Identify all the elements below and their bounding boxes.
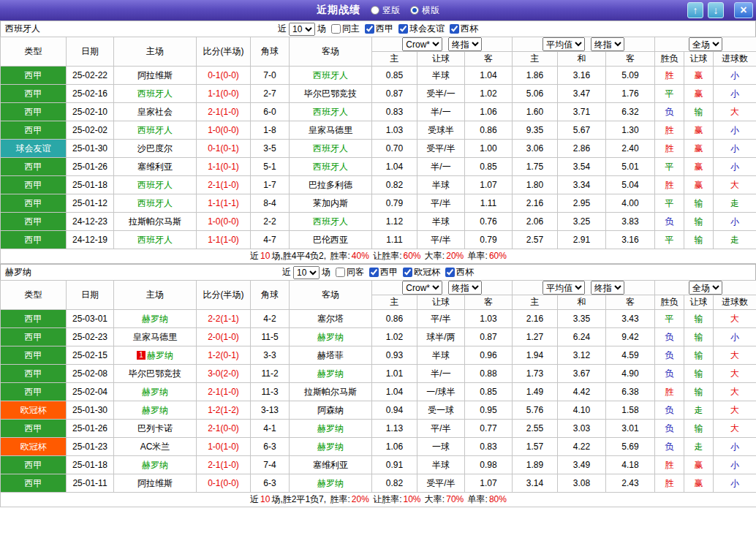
header-group-row: 类型 日期 主场 比分(半场) 角球 客场 Crow* 终指 平均值 终指 全场 [1, 37, 756, 52]
team-name-text: 阿森纳 [317, 405, 344, 415]
team-name-text: 巴伦西亚 [313, 235, 348, 245]
same-venue-checkbox[interactable] [336, 268, 345, 277]
window-title: 近期战绩 [317, 4, 360, 17]
league-label: 西杯 [461, 23, 478, 35]
league-filter-friendly[interactable]: 球会友谊 [396, 23, 445, 35]
table-row: 西甲25-01-18赫罗纳2-1(1-0)7-4塞维利亚0.91半球0.981.… [1, 456, 756, 474]
euro-avg-select[interactable]: 平均值 [543, 281, 585, 295]
same-venue-checkbox[interactable] [331, 24, 341, 34]
euro-avg-select[interactable]: 平均值 [543, 37, 585, 51]
league-checkbox[interactable] [445, 268, 455, 277]
euro-home-odds: 1.94 [513, 346, 558, 365]
away-team-cell: 赫罗纳 [290, 365, 372, 383]
result-handicap: 赢 [684, 456, 714, 474]
away-team-cell: 赫罗纳 [290, 328, 372, 346]
asia-handicap: 平/半 [417, 420, 465, 438]
scope-select[interactable]: 全场 [689, 281, 722, 295]
league-checkbox[interactable] [398, 24, 408, 34]
asia-away-odds: 1.00 [465, 140, 513, 158]
league-cell: 欧冠杯 [1, 401, 67, 420]
games-label: 场 [322, 266, 330, 279]
league-filter-copa[interactable]: 西杯 [447, 23, 478, 35]
same-venue-filter[interactable]: 同主 [328, 23, 360, 35]
asia-handicap: 半球 [417, 346, 465, 365]
recent-count-select[interactable]: 10 [289, 23, 315, 36]
league-filter-ucl[interactable]: 欧冠杯 [400, 266, 440, 279]
home-team-cell: 西班牙人 [114, 121, 197, 140]
result-handicap: 赢 [684, 121, 714, 140]
euro-draw-odds: 3.16 [558, 67, 606, 85]
home-team-cell: 拉斯帕尔马斯 [114, 213, 197, 231]
team-name-text: 皇家马德里 [309, 125, 352, 135]
corners-cell: 11-5 [251, 328, 290, 346]
col-asia-handicap: 让球 [417, 52, 465, 67]
asia-home-odds: 0.93 [372, 346, 417, 365]
odds-stage-select[interactable]: 终指 [448, 281, 482, 295]
table-row: 球会友谊25-01-30沙巴度尔0-1(0-1)3-5西班牙人0.70受平/半1… [1, 140, 756, 158]
odds-stage-select[interactable]: 终指 [448, 37, 482, 51]
filter-bar-girona: 赫罗纳 近 10 场 同客 西甲 欧冠杯 西杯 [0, 264, 756, 280]
header-group-row: 类型 日期 主场 比分(半场) 角球 客场 Crow* 终指 平均值 终指 全场 [1, 281, 756, 295]
league-filter-laliga[interactable]: 西甲 [362, 23, 393, 35]
col-asia-handicap: 让球 [417, 295, 465, 310]
score-cell: 3-0(2-0) [197, 365, 251, 383]
league-filter-laliga[interactable]: 西甲 [366, 266, 398, 279]
league-cell: 西甲 [1, 420, 67, 438]
table-row: 西甲25-02-16西班牙人1-1(0-0)2-7毕尔巴鄂竞技0.87受半/一1… [1, 85, 756, 103]
col-result-goals: 进球数 [714, 295, 756, 310]
result-wdl: 负 [655, 365, 684, 383]
euro-stage-select[interactable]: 终指 [591, 37, 624, 51]
league-cell: 西甲 [1, 383, 67, 401]
asia-home-odds: 1.12 [372, 213, 417, 231]
scope-select[interactable]: 全场 [689, 37, 722, 51]
team-name-text: 巴拉多利德 [309, 180, 352, 190]
result-goals: 大 [714, 176, 756, 194]
radio-checked-icon[interactable] [410, 6, 419, 15]
euro-odds-group: 平均值 终指 [513, 281, 655, 295]
result-goals: 大 [714, 365, 756, 383]
corners-cell: 3-5 [251, 140, 290, 158]
result-goals: 小 [714, 85, 756, 103]
layout-radio-vertical[interactable]: 竖版 [371, 4, 400, 17]
euro-home-odds: 1.27 [513, 328, 558, 346]
odds-company-select[interactable]: Crow* [402, 281, 442, 295]
col-euro-draw: 和 [558, 52, 606, 67]
layout-radio-horizontal[interactable]: 横版 [410, 4, 439, 17]
league-checkbox[interactable] [365, 24, 374, 34]
euro-home-odds: 2.55 [513, 420, 558, 438]
asia-odds-group: Crow* 终指 [372, 37, 513, 52]
asia-handicap: 半/一 [417, 365, 465, 383]
scroll-up-button[interactable]: ↑ [687, 2, 703, 18]
date-cell: 25-02-23 [67, 328, 114, 346]
result-wdl: 负 [655, 401, 684, 420]
result-handicap: 输 [684, 231, 714, 249]
filter-controls: 近 10 场 同主 西甲 球会友谊 西杯 [278, 23, 478, 36]
recent-count-select[interactable]: 10 [293, 266, 320, 279]
odds-company-select[interactable]: Crow* [402, 37, 442, 51]
euro-draw-odds: 3.54 [558, 158, 606, 176]
result-handicap: 输 [684, 346, 714, 365]
euro-draw-odds: 6.24 [558, 328, 606, 346]
euro-draw-odds: 3.12 [558, 346, 606, 365]
league-checkbox[interactable] [450, 24, 459, 34]
corners-cell: 4-7 [251, 231, 290, 249]
result-goals: 小 [714, 328, 756, 346]
euro-home-odds: 1.57 [513, 438, 558, 456]
same-venue-filter[interactable]: 同客 [333, 266, 364, 279]
result-handicap: 走 [684, 438, 714, 456]
scroll-down-button[interactable]: ↓ [708, 2, 724, 18]
radio-unchecked-icon[interactable] [371, 6, 379, 15]
euro-away-odds: 4.00 [606, 194, 655, 213]
team-name-text: 西班牙人 [313, 143, 348, 154]
home-team-cell: 皇家马德里 [114, 328, 197, 346]
asia-home-odds: 1.13 [372, 420, 417, 438]
close-button[interactable]: × [734, 2, 753, 18]
league-checkbox[interactable] [403, 268, 412, 277]
asia-away-odds: 0.86 [465, 121, 513, 140]
away-team-cell: 赫罗纳 [290, 474, 372, 493]
asia-handicap: 一球 [417, 438, 465, 456]
away-team-cell: 赫塔菲 [290, 346, 372, 365]
euro-stage-select[interactable]: 终指 [591, 281, 624, 295]
league-filter-copa[interactable]: 西杯 [442, 266, 474, 279]
league-checkbox[interactable] [369, 268, 379, 277]
